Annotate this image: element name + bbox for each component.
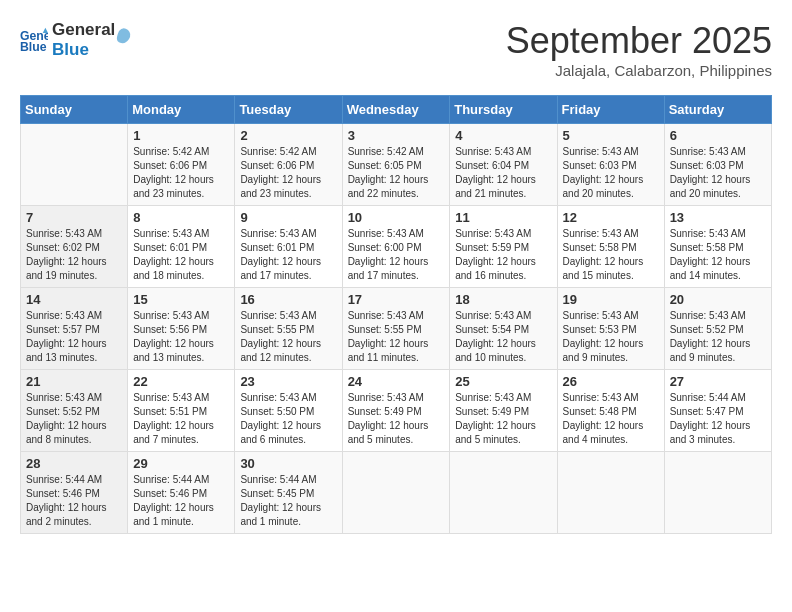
calendar-day-cell: 21Sunrise: 5:43 AM Sunset: 5:52 PM Dayli… bbox=[21, 370, 128, 452]
day-info: Sunrise: 5:43 AM Sunset: 5:54 PM Dayligh… bbox=[455, 309, 551, 365]
calendar-day-cell bbox=[450, 452, 557, 534]
day-info: Sunrise: 5:43 AM Sunset: 6:02 PM Dayligh… bbox=[26, 227, 122, 283]
day-number: 27 bbox=[670, 374, 766, 389]
calendar-day-cell: 16Sunrise: 5:43 AM Sunset: 5:55 PM Dayli… bbox=[235, 288, 342, 370]
day-number: 8 bbox=[133, 210, 229, 225]
title-block: September 2025 Jalajala, Calabarzon, Phi… bbox=[506, 20, 772, 79]
day-info: Sunrise: 5:43 AM Sunset: 6:03 PM Dayligh… bbox=[670, 145, 766, 201]
calendar-day-cell: 3Sunrise: 5:42 AM Sunset: 6:05 PM Daylig… bbox=[342, 124, 450, 206]
calendar-day-cell bbox=[21, 124, 128, 206]
logo-icon: General Blue bbox=[20, 26, 48, 54]
day-info: Sunrise: 5:44 AM Sunset: 5:46 PM Dayligh… bbox=[133, 473, 229, 529]
weekday-header: Monday bbox=[128, 96, 235, 124]
day-number: 3 bbox=[348, 128, 445, 143]
day-info: Sunrise: 5:43 AM Sunset: 5:59 PM Dayligh… bbox=[455, 227, 551, 283]
calendar-day-cell: 30Sunrise: 5:44 AM Sunset: 5:45 PM Dayli… bbox=[235, 452, 342, 534]
day-info: Sunrise: 5:43 AM Sunset: 5:52 PM Dayligh… bbox=[670, 309, 766, 365]
day-number: 29 bbox=[133, 456, 229, 471]
calendar-day-cell: 1Sunrise: 5:42 AM Sunset: 6:06 PM Daylig… bbox=[128, 124, 235, 206]
calendar-day-cell: 7Sunrise: 5:43 AM Sunset: 6:02 PM Daylig… bbox=[21, 206, 128, 288]
day-number: 15 bbox=[133, 292, 229, 307]
day-info: Sunrise: 5:43 AM Sunset: 5:57 PM Dayligh… bbox=[26, 309, 122, 365]
day-info: Sunrise: 5:43 AM Sunset: 6:03 PM Dayligh… bbox=[563, 145, 659, 201]
calendar-day-cell: 12Sunrise: 5:43 AM Sunset: 5:58 PM Dayli… bbox=[557, 206, 664, 288]
calendar-day-cell: 19Sunrise: 5:43 AM Sunset: 5:53 PM Dayli… bbox=[557, 288, 664, 370]
logo-blue: Blue bbox=[52, 40, 115, 60]
day-info: Sunrise: 5:43 AM Sunset: 5:58 PM Dayligh… bbox=[563, 227, 659, 283]
calendar-week-row: 1Sunrise: 5:42 AM Sunset: 6:06 PM Daylig… bbox=[21, 124, 772, 206]
calendar-day-cell bbox=[664, 452, 771, 534]
calendar-day-cell bbox=[557, 452, 664, 534]
calendar-day-cell: 2Sunrise: 5:42 AM Sunset: 6:06 PM Daylig… bbox=[235, 124, 342, 206]
calendar-table: SundayMondayTuesdayWednesdayThursdayFrid… bbox=[20, 95, 772, 534]
day-info: Sunrise: 5:44 AM Sunset: 5:46 PM Dayligh… bbox=[26, 473, 122, 529]
day-info: Sunrise: 5:43 AM Sunset: 5:52 PM Dayligh… bbox=[26, 391, 122, 447]
calendar-day-cell: 15Sunrise: 5:43 AM Sunset: 5:56 PM Dayli… bbox=[128, 288, 235, 370]
calendar-day-cell: 25Sunrise: 5:43 AM Sunset: 5:49 PM Dayli… bbox=[450, 370, 557, 452]
calendar-day-cell: 5Sunrise: 5:43 AM Sunset: 6:03 PM Daylig… bbox=[557, 124, 664, 206]
day-info: Sunrise: 5:42 AM Sunset: 6:05 PM Dayligh… bbox=[348, 145, 445, 201]
day-number: 30 bbox=[240, 456, 336, 471]
weekday-header: Wednesday bbox=[342, 96, 450, 124]
day-info: Sunrise: 5:43 AM Sunset: 5:48 PM Dayligh… bbox=[563, 391, 659, 447]
day-info: Sunrise: 5:42 AM Sunset: 6:06 PM Dayligh… bbox=[133, 145, 229, 201]
logo-general: General bbox=[52, 20, 115, 40]
calendar-day-cell: 11Sunrise: 5:43 AM Sunset: 5:59 PM Dayli… bbox=[450, 206, 557, 288]
day-info: Sunrise: 5:43 AM Sunset: 5:58 PM Dayligh… bbox=[670, 227, 766, 283]
weekday-header: Sunday bbox=[21, 96, 128, 124]
day-number: 6 bbox=[670, 128, 766, 143]
calendar-day-cell: 14Sunrise: 5:43 AM Sunset: 5:57 PM Dayli… bbox=[21, 288, 128, 370]
calendar-day-cell: 10Sunrise: 5:43 AM Sunset: 6:00 PM Dayli… bbox=[342, 206, 450, 288]
day-number: 1 bbox=[133, 128, 229, 143]
day-info: Sunrise: 5:43 AM Sunset: 5:49 PM Dayligh… bbox=[348, 391, 445, 447]
day-info: Sunrise: 5:43 AM Sunset: 6:01 PM Dayligh… bbox=[133, 227, 229, 283]
logo: General Blue General Blue bbox=[20, 20, 133, 59]
calendar-week-row: 7Sunrise: 5:43 AM Sunset: 6:02 PM Daylig… bbox=[21, 206, 772, 288]
day-info: Sunrise: 5:43 AM Sunset: 5:49 PM Dayligh… bbox=[455, 391, 551, 447]
day-info: Sunrise: 5:42 AM Sunset: 6:06 PM Dayligh… bbox=[240, 145, 336, 201]
calendar-header: SundayMondayTuesdayWednesdayThursdayFrid… bbox=[21, 96, 772, 124]
calendar-day-cell: 9Sunrise: 5:43 AM Sunset: 6:01 PM Daylig… bbox=[235, 206, 342, 288]
calendar-day-cell: 18Sunrise: 5:43 AM Sunset: 5:54 PM Dayli… bbox=[450, 288, 557, 370]
calendar-day-cell: 6Sunrise: 5:43 AM Sunset: 6:03 PM Daylig… bbox=[664, 124, 771, 206]
day-number: 11 bbox=[455, 210, 551, 225]
calendar-day-cell: 22Sunrise: 5:43 AM Sunset: 5:51 PM Dayli… bbox=[128, 370, 235, 452]
day-number: 16 bbox=[240, 292, 336, 307]
day-number: 5 bbox=[563, 128, 659, 143]
day-number: 21 bbox=[26, 374, 122, 389]
day-number: 7 bbox=[26, 210, 122, 225]
day-info: Sunrise: 5:44 AM Sunset: 5:45 PM Dayligh… bbox=[240, 473, 336, 529]
calendar-week-row: 21Sunrise: 5:43 AM Sunset: 5:52 PM Dayli… bbox=[21, 370, 772, 452]
day-number: 24 bbox=[348, 374, 445, 389]
day-number: 26 bbox=[563, 374, 659, 389]
calendar-day-cell: 4Sunrise: 5:43 AM Sunset: 6:04 PM Daylig… bbox=[450, 124, 557, 206]
calendar-day-cell: 13Sunrise: 5:43 AM Sunset: 5:58 PM Dayli… bbox=[664, 206, 771, 288]
day-number: 25 bbox=[455, 374, 551, 389]
calendar-day-cell bbox=[342, 452, 450, 534]
calendar-day-cell: 27Sunrise: 5:44 AM Sunset: 5:47 PM Dayli… bbox=[664, 370, 771, 452]
calendar-week-row: 14Sunrise: 5:43 AM Sunset: 5:57 PM Dayli… bbox=[21, 288, 772, 370]
weekday-header: Friday bbox=[557, 96, 664, 124]
day-number: 13 bbox=[670, 210, 766, 225]
day-number: 10 bbox=[348, 210, 445, 225]
day-number: 14 bbox=[26, 292, 122, 307]
day-info: Sunrise: 5:43 AM Sunset: 5:55 PM Dayligh… bbox=[348, 309, 445, 365]
weekday-header: Thursday bbox=[450, 96, 557, 124]
calendar-day-cell: 24Sunrise: 5:43 AM Sunset: 5:49 PM Dayli… bbox=[342, 370, 450, 452]
day-number: 12 bbox=[563, 210, 659, 225]
day-number: 22 bbox=[133, 374, 229, 389]
location-subtitle: Jalajala, Calabarzon, Philippines bbox=[506, 62, 772, 79]
day-info: Sunrise: 5:44 AM Sunset: 5:47 PM Dayligh… bbox=[670, 391, 766, 447]
day-info: Sunrise: 5:43 AM Sunset: 5:51 PM Dayligh… bbox=[133, 391, 229, 447]
day-number: 28 bbox=[26, 456, 122, 471]
day-number: 9 bbox=[240, 210, 336, 225]
calendar-day-cell: 28Sunrise: 5:44 AM Sunset: 5:46 PM Dayli… bbox=[21, 452, 128, 534]
day-number: 20 bbox=[670, 292, 766, 307]
day-number: 23 bbox=[240, 374, 336, 389]
day-info: Sunrise: 5:43 AM Sunset: 5:53 PM Dayligh… bbox=[563, 309, 659, 365]
day-info: Sunrise: 5:43 AM Sunset: 6:00 PM Dayligh… bbox=[348, 227, 445, 283]
day-number: 19 bbox=[563, 292, 659, 307]
calendar-day-cell: 26Sunrise: 5:43 AM Sunset: 5:48 PM Dayli… bbox=[557, 370, 664, 452]
calendar-week-row: 28Sunrise: 5:44 AM Sunset: 5:46 PM Dayli… bbox=[21, 452, 772, 534]
calendar-day-cell: 23Sunrise: 5:43 AM Sunset: 5:50 PM Dayli… bbox=[235, 370, 342, 452]
